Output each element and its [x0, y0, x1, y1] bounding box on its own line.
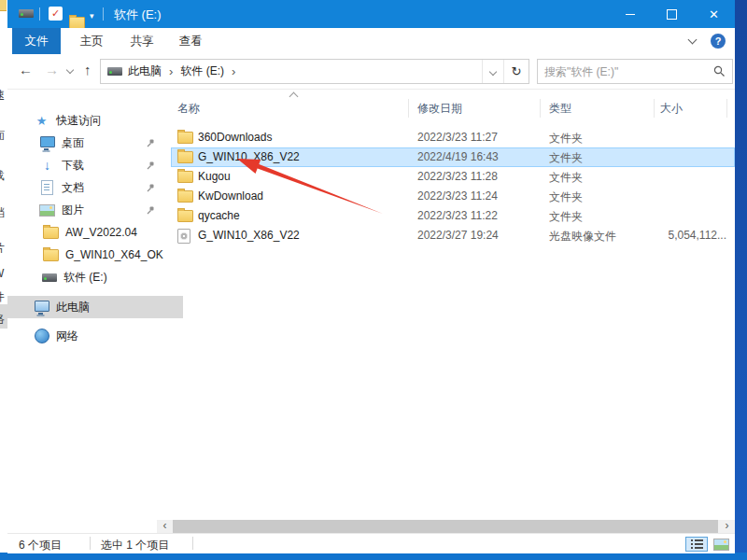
details-view-button[interactable] — [685, 537, 708, 552]
scroll-right-icon[interactable]: › — [719, 520, 735, 533]
details-view-icon — [691, 539, 703, 549]
column-separator[interactable] — [540, 99, 541, 118]
back-button[interactable]: ← — [19, 62, 33, 77]
close-button[interactable]: ✕ — [693, 0, 735, 28]
breadcrumb-separator[interactable]: › — [167, 64, 175, 78]
navigation-bar: ← → ↑ 此电脑 › 软件 (E:) › ↻ — [7, 54, 735, 90]
maximize-button[interactable] — [651, 0, 693, 28]
search-box[interactable] — [537, 59, 733, 84]
explorer-window: ✓ ▾ 软件 (E:) ✕ 文件 主页 共享 查看 ? ← → ↑ 此 — [7, 0, 735, 553]
sort-ascending-icon — [289, 92, 299, 102]
column-header-type[interactable]: 类型 — [549, 98, 571, 119]
scrollbar-thumb[interactable] — [173, 520, 718, 533]
sidebar-item-documents[interactable]: 文档 — [7, 176, 189, 199]
qat-check-icon[interactable]: ✓ — [49, 7, 63, 21]
folder-icon — [177, 171, 193, 183]
column-separator[interactable] — [654, 99, 655, 118]
pin-icon[interactable] — [146, 161, 155, 170]
search-icon — [713, 65, 726, 77]
quick-access-star-icon: ★ — [34, 115, 49, 127]
clipped-folder-icon — [0, 0, 7, 11]
window-title: 软件 (E:) — [114, 7, 162, 23]
qat-separator — [103, 7, 104, 21]
pin-icon[interactable] — [146, 138, 155, 147]
breadcrumb-drive[interactable]: 软件 (E:) — [175, 63, 230, 79]
desktop-icon — [39, 136, 55, 150]
breadcrumb-this-pc[interactable]: 此电脑 — [122, 63, 167, 79]
breadcrumb-separator[interactable]: › — [230, 64, 237, 78]
column-header-size[interactable]: 大小 — [660, 98, 683, 119]
search-input[interactable] — [538, 65, 713, 78]
tab-home[interactable]: 主页 — [69, 28, 114, 54]
horizontal-scrollbar[interactable]: ‹ › — [157, 520, 735, 533]
drive-icon — [41, 273, 57, 282]
disc-image-icon — [177, 229, 190, 244]
pin-icon[interactable] — [146, 205, 155, 215]
column-header-name[interactable]: 名称 — [177, 98, 200, 119]
folder-icon — [43, 227, 59, 239]
address-bar[interactable]: 此电脑 › 软件 (E:) › ↻ — [100, 59, 529, 84]
sidebar-item-network[interactable]: 网络 — [7, 325, 183, 347]
sidebar-item-drive-e[interactable]: 软件 (E:) — [7, 266, 190, 288]
tab-share[interactable]: 共享 — [120, 28, 164, 54]
folder-icon — [177, 210, 193, 222]
sidebar-item-quick-access[interactable]: ★ 快速访问 — [7, 109, 183, 132]
thumbnail-view-icon — [713, 539, 729, 551]
sidebar-item-downloads[interactable]: ↓ 下载 — [7, 154, 189, 176]
column-separator[interactable] — [408, 99, 409, 118]
column-header-modified[interactable]: 修改日期 — [417, 98, 462, 119]
up-button[interactable]: ↑ — [84, 62, 92, 77]
minimize-button[interactable] — [609, 0, 651, 28]
file-row[interactable]: 360Downloads 2022/3/23 11:27 文件夹 — [171, 128, 735, 147]
file-row[interactable]: qycache 2022/3/23 11:22 文件夹 — [171, 206, 735, 226]
network-icon — [34, 329, 49, 343]
expand-ribbon-icon[interactable] — [688, 35, 698, 45]
folder-icon — [177, 151, 193, 163]
ribbon-tab-bar: 文件 主页 共享 查看 ? — [7, 28, 735, 55]
address-dropdown-icon[interactable] — [482, 60, 503, 83]
title-bar: ✓ ▾ 软件 (E:) ✕ — [7, 0, 735, 28]
selection-count: 选中 1 个项目 — [101, 538, 169, 553]
pin-icon[interactable] — [146, 183, 155, 192]
help-icon[interactable]: ? — [711, 34, 726, 49]
column-separator[interactable] — [726, 99, 727, 118]
forward-button[interactable]: → — [45, 62, 59, 77]
status-separator — [192, 537, 193, 550]
desktop-background-right — [735, 0, 747, 560]
folder-icon — [177, 190, 193, 203]
sidebar-item-this-pc[interactable]: 此电脑 — [7, 296, 183, 318]
file-row-selected[interactable]: G_WIN10_X86_V22 2022/4/19 16:43 文件夹 — [171, 147, 735, 167]
qat-separator — [39, 7, 40, 21]
pictures-icon — [39, 204, 55, 217]
sidebar-item-desktop[interactable]: 桌面 — [7, 132, 189, 154]
recent-locations-icon[interactable] — [66, 66, 74, 74]
file-row[interactable]: KwDownload 2022/3/23 11:24 文件夹 — [171, 187, 735, 206]
folder-icon — [177, 132, 193, 144]
drive-icon — [19, 9, 34, 18]
qat-dropdown-icon[interactable]: ▾ — [90, 11, 94, 21]
computer-icon — [34, 301, 49, 315]
drive-icon — [106, 67, 122, 76]
screen: 速 面 载 档 片 W 件 络 ✓ ▾ 软件 (E:) ✕ 文件 主页 共享 查… — [0, 0, 747, 560]
sidebar-item-folder[interactable]: AW_V2022.04 — [7, 221, 192, 244]
scroll-left-icon[interactable]: ‹ — [157, 520, 173, 533]
file-row[interactable]: Kugou 2022/3/23 11:28 文件夹 — [171, 167, 735, 187]
download-icon: ↓ — [39, 159, 55, 172]
status-separator — [90, 537, 91, 550]
file-row[interactable]: G_WIN10_X86_V22 2022/3/27 19:24 光盘映像文件 5… — [171, 226, 735, 245]
folder-icon — [43, 249, 59, 261]
sidebar-item-pictures[interactable]: 图片 — [7, 199, 189, 221]
tab-view[interactable]: 查看 — [168, 28, 213, 54]
sidebar-item-folder[interactable]: G_WIN10_X64_OK — [7, 244, 192, 266]
refresh-button[interactable]: ↻ — [503, 60, 529, 83]
item-count: 6 个项目 — [19, 538, 62, 553]
status-bar: 6 个项目 选中 1 个项目 — [7, 533, 735, 553]
thumbnail-view-button[interactable] — [710, 537, 732, 552]
tab-file[interactable]: 文件 — [12, 28, 61, 54]
desktop-background-bottom — [0, 553, 747, 560]
document-icon — [39, 180, 55, 195]
